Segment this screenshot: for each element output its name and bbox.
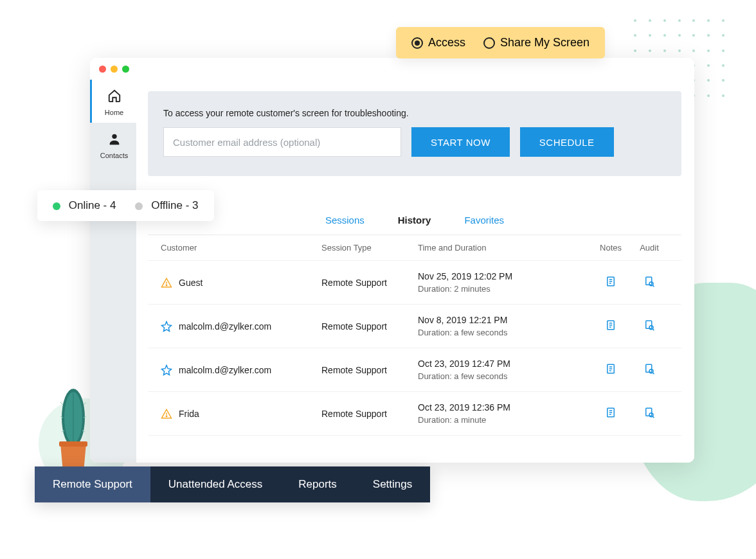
online-dot-icon — [53, 202, 60, 210]
audit-icon[interactable] — [644, 279, 655, 289]
schedule-button[interactable]: SCHEDULE — [520, 127, 614, 157]
header-customer: Customer — [161, 243, 321, 253]
warning-icon — [161, 277, 172, 288]
audit-icon[interactable] — [644, 366, 655, 377]
mode-share-option[interactable]: Share My Screen — [483, 36, 590, 49]
home-icon — [92, 89, 136, 106]
mode-access-label: Access — [428, 36, 465, 49]
session-tabs: Sessions History Favorites — [148, 206, 681, 235]
svg-point-2 — [166, 285, 167, 286]
header-audit: Audit — [630, 243, 669, 253]
session-type-cell: Remote Support — [321, 365, 418, 375]
radio-unselected-icon — [483, 37, 495, 49]
session-type-cell: Remote Support — [321, 409, 418, 419]
mode-share-label: Share My Screen — [500, 36, 590, 49]
nav-settings[interactable]: Settings — [355, 466, 430, 502]
audit-icon[interactable] — [644, 323, 655, 333]
session-datetime: Nov 25, 2019 12:02 PM — [418, 271, 591, 281]
nav-remote-support[interactable]: Remote Support — [35, 466, 150, 502]
sidebar-home-label: Home — [105, 109, 123, 116]
nav-settings-label: Settings — [373, 478, 412, 491]
nav-reports-label: Reports — [298, 478, 337, 491]
session-duration: Duration: 2 minutes — [418, 284, 591, 294]
main-content: To access your remote customer's screen … — [136, 80, 694, 463]
table-row[interactable]: malcolm.d@zylker.comRemote SupportOct 23… — [148, 348, 681, 391]
warning-icon — [161, 408, 172, 420]
notes-icon[interactable] — [605, 366, 616, 377]
notes-icon[interactable] — [605, 410, 616, 420]
online-label: Online - 4 — [69, 199, 116, 211]
star-icon — [161, 321, 172, 332]
session-datetime: Oct 23, 2019 12:36 PM — [418, 402, 591, 413]
status-chip: Online - 4 Offline - 3 — [37, 190, 214, 221]
svg-line-36 — [60, 402, 63, 405]
star-icon — [161, 364, 172, 376]
tab-history[interactable]: History — [393, 212, 437, 228]
tab-sessions[interactable]: Sessions — [320, 212, 370, 228]
bottom-nav: Remote Support Unattended Access Reports… — [35, 466, 430, 502]
table-header: Customer Session Type Time and Duration … — [148, 235, 681, 260]
svg-line-9 — [652, 285, 654, 287]
nav-remote-support-label: Remote Support — [53, 478, 132, 491]
header-time-duration: Time and Duration — [418, 243, 591, 253]
nav-reports[interactable]: Reports — [280, 466, 355, 502]
offline-dot-icon — [135, 202, 143, 210]
svg-line-16 — [652, 329, 654, 330]
sidebar-item-home[interactable]: Home — [90, 80, 136, 123]
table-row[interactable]: malcolm.d@zylker.comRemote SupportNov 8,… — [148, 304, 681, 348]
notes-icon[interactable] — [605, 279, 616, 289]
notes-icon[interactable] — [605, 323, 616, 333]
customer-name: Frida — [179, 409, 199, 419]
svg-rect-7 — [646, 277, 652, 285]
customer-name: malcolm.d@zylker.com — [179, 365, 271, 375]
window-minimize-icon[interactable] — [111, 66, 118, 73]
sidebar-contacts-label: Contacts — [100, 152, 128, 159]
start-now-button[interactable]: START NOW — [411, 127, 510, 157]
session-datetime: Nov 8, 2019 12:21 PM — [418, 315, 591, 325]
svg-rect-14 — [646, 321, 652, 328]
svg-line-37 — [84, 402, 86, 405]
mode-toggle: Access Share My Screen — [396, 27, 605, 58]
history-panel: Sessions History Favorites Customer Sess… — [148, 206, 681, 436]
session-duration: Duration: a minute — [418, 415, 591, 425]
table-row[interactable]: GuestRemote SupportNov 25, 2019 12:02 PM… — [148, 260, 681, 304]
window-close-icon[interactable] — [99, 66, 106, 73]
table-row[interactable]: FridaRemote SupportOct 23, 2019 12:36 PM… — [148, 391, 681, 436]
svg-point-0 — [112, 134, 116, 139]
access-panel: To access your remote customer's screen … — [148, 91, 681, 176]
svg-point-25 — [166, 416, 167, 417]
time-duration-cell: Oct 23, 2019 12:47 PMDuration: a few sec… — [418, 359, 591, 381]
svg-line-23 — [652, 373, 654, 374]
sidebar-item-contacts[interactable]: Contacts — [90, 123, 136, 166]
nav-unattended-access[interactable]: Unattended Access — [150, 466, 280, 502]
audit-icon[interactable] — [644, 410, 655, 420]
session-duration: Duration: a few seconds — [418, 371, 591, 381]
tab-favorites[interactable]: Favorites — [459, 212, 509, 228]
session-type-cell: Remote Support — [321, 278, 418, 288]
header-notes: Notes — [591, 243, 630, 253]
cactus-illustration — [48, 379, 99, 475]
offline-label: Offline - 3 — [151, 199, 198, 211]
session-type-cell: Remote Support — [321, 321, 418, 332]
nav-unattended-label: Unattended Access — [168, 478, 262, 491]
svg-rect-21 — [646, 364, 652, 372]
contact-icon — [92, 132, 136, 149]
svg-rect-30 — [646, 408, 652, 416]
access-description: To access your remote customer's screen … — [163, 108, 666, 118]
mode-access-option[interactable]: Access — [411, 36, 465, 49]
session-datetime: Oct 23, 2019 12:47 PM — [418, 359, 591, 369]
window-maximize-icon[interactable] — [122, 66, 129, 73]
time-duration-cell: Nov 25, 2019 12:02 PMDuration: 2 minutes — [418, 271, 591, 294]
svg-rect-42 — [59, 441, 87, 447]
time-duration-cell: Nov 8, 2019 12:21 PMDuration: a few seco… — [418, 315, 591, 337]
time-duration-cell: Oct 23, 2019 12:36 PMDuration: a minute — [418, 402, 591, 425]
app-window: Home Contacts To access your remote cust… — [90, 58, 694, 463]
session-duration: Duration: a few seconds — [418, 328, 591, 337]
online-status[interactable]: Online - 4 — [53, 199, 116, 212]
svg-line-32 — [652, 416, 654, 418]
offline-status[interactable]: Offline - 3 — [135, 199, 198, 212]
customer-name: Guest — [179, 278, 203, 288]
customer-email-input[interactable] — [163, 127, 401, 157]
customer-name: malcolm.d@zylker.com — [179, 321, 271, 332]
radio-selected-icon — [411, 37, 423, 49]
